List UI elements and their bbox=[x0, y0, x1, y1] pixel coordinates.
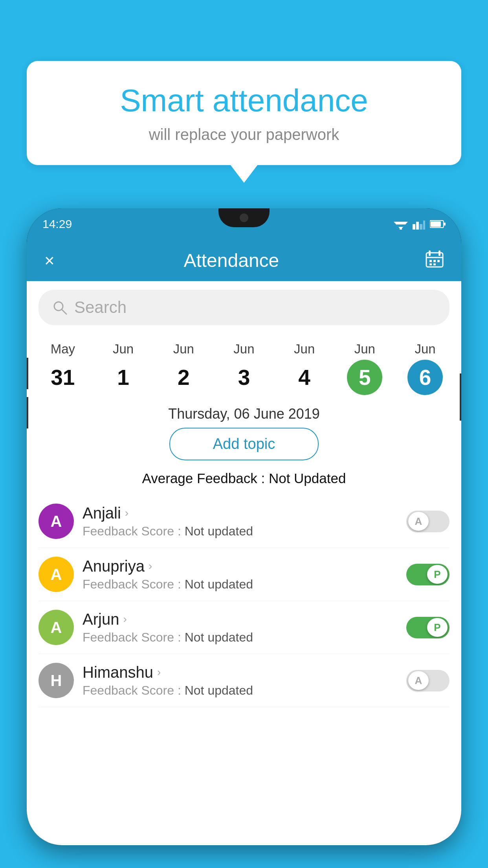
date-row: May31Jun1Jun2Jun3Jun4Jun5Jun6 bbox=[27, 334, 461, 397]
student-feedback: Feedback Score : Not updated bbox=[83, 630, 398, 645]
attendance-toggle[interactable]: A bbox=[406, 511, 449, 532]
student-info: Anupriya ›Feedback Score : Not updated bbox=[74, 557, 406, 592]
camera bbox=[240, 213, 248, 222]
date-month: Jun bbox=[415, 342, 435, 357]
date-number: 31 bbox=[45, 360, 81, 395]
date-col[interactable]: Jun5 bbox=[347, 342, 382, 395]
student-feedback: Feedback Score : Not updated bbox=[83, 683, 398, 698]
bubble-subtitle: will replace your paperwork bbox=[50, 126, 438, 143]
feedback-value: Not updated bbox=[185, 630, 253, 644]
student-avatar: A bbox=[39, 610, 74, 645]
date-number: 4 bbox=[287, 360, 322, 395]
student-name: Arjun › bbox=[83, 611, 398, 628]
svg-rect-9 bbox=[444, 223, 446, 226]
date-col[interactable]: Jun6 bbox=[407, 342, 443, 395]
svg-rect-12 bbox=[429, 250, 431, 256]
svg-rect-6 bbox=[420, 224, 422, 230]
date-month: Jun bbox=[294, 342, 315, 357]
volume-down-button bbox=[27, 397, 28, 428]
student-feedback: Feedback Score : Not updated bbox=[83, 577, 398, 592]
svg-rect-19 bbox=[433, 263, 436, 265]
date-month: May bbox=[51, 342, 75, 357]
date-month: Jun bbox=[113, 342, 134, 357]
app-bar: × Attendance bbox=[27, 240, 461, 281]
student-avatar: A bbox=[39, 504, 74, 539]
attendance-toggle[interactable]: A bbox=[406, 670, 449, 691]
student-item[interactable]: AAnupriya ›Feedback Score : Not updatedP bbox=[39, 548, 449, 601]
svg-rect-10 bbox=[431, 221, 441, 227]
attendance-toggle[interactable]: P bbox=[406, 617, 449, 638]
svg-rect-17 bbox=[437, 260, 440, 262]
svg-rect-16 bbox=[433, 260, 436, 262]
svg-rect-4 bbox=[413, 224, 415, 230]
battery-icon bbox=[430, 220, 446, 228]
calendar-svg bbox=[426, 250, 444, 268]
date-number: 3 bbox=[226, 360, 262, 395]
student-name: Anupriya › bbox=[83, 557, 398, 575]
chevron-icon: › bbox=[149, 560, 152, 572]
student-info: Himanshu ›Feedback Score : Not updated bbox=[74, 664, 406, 698]
attendance-toggle[interactable]: P bbox=[406, 564, 449, 585]
date-col[interactable]: May31 bbox=[45, 342, 81, 395]
toggle-knob: A bbox=[408, 671, 429, 690]
status-bar: 14:29 bbox=[27, 208, 461, 240]
date-number: 6 bbox=[407, 360, 443, 395]
date-month: Jun bbox=[354, 342, 375, 357]
date-number: 2 bbox=[166, 360, 201, 395]
svg-rect-18 bbox=[429, 263, 432, 265]
app-bar-title: Attendance bbox=[37, 250, 426, 271]
student-list: AAnjali ›Feedback Score : Not updatedAAA… bbox=[27, 495, 461, 707]
status-icons bbox=[394, 219, 446, 230]
date-col[interactable]: Jun1 bbox=[106, 342, 141, 395]
svg-rect-7 bbox=[423, 221, 425, 230]
search-placeholder: Search bbox=[74, 298, 127, 317]
notch bbox=[218, 208, 270, 227]
svg-rect-13 bbox=[438, 250, 440, 256]
search-bar[interactable]: Search bbox=[39, 290, 449, 325]
date-number: 1 bbox=[106, 360, 141, 395]
student-avatar: A bbox=[39, 557, 74, 592]
speech-bubble: Smart attendance will replace your paper… bbox=[27, 61, 461, 165]
avg-feedback-value: Not Updated bbox=[269, 471, 346, 486]
toggle-knob: A bbox=[408, 512, 429, 531]
wifi-icon bbox=[394, 219, 408, 230]
signal-icon bbox=[413, 219, 425, 230]
power-button bbox=[460, 373, 461, 421]
calendar-icon[interactable] bbox=[426, 250, 444, 271]
phone-screen: Search May31Jun1Jun2Jun3Jun4Jun5Jun6 Thu… bbox=[27, 281, 461, 845]
volume-up-button bbox=[27, 358, 28, 389]
add-topic-button[interactable]: Add topic bbox=[169, 428, 319, 460]
feedback-value: Not updated bbox=[185, 683, 253, 697]
student-name: Himanshu › bbox=[83, 664, 398, 681]
date-number: 5 bbox=[347, 360, 382, 395]
student-item[interactable]: HHimanshu ›Feedback Score : Not updatedA bbox=[39, 654, 449, 707]
selected-date-label: Thursday, 06 June 2019 bbox=[27, 397, 461, 428]
student-name: Anjali › bbox=[83, 504, 398, 522]
bubble-title: Smart attendance bbox=[50, 83, 438, 119]
student-info: Anjali ›Feedback Score : Not updated bbox=[74, 504, 406, 539]
date-month: Jun bbox=[173, 342, 194, 357]
date-col[interactable]: Jun2 bbox=[166, 342, 201, 395]
chevron-icon: › bbox=[123, 613, 127, 625]
search-icon bbox=[52, 300, 67, 315]
phone-device: 14:29 bbox=[27, 208, 461, 845]
date-col[interactable]: Jun4 bbox=[287, 342, 322, 395]
svg-rect-5 bbox=[416, 222, 419, 230]
search-container: Search bbox=[27, 281, 461, 334]
student-item[interactable]: AArjun ›Feedback Score : Not updatedP bbox=[39, 601, 449, 654]
toggle-knob: P bbox=[427, 618, 448, 637]
toggle-knob: P bbox=[427, 565, 448, 584]
student-avatar: H bbox=[39, 663, 74, 698]
student-info: Arjun ›Feedback Score : Not updated bbox=[74, 611, 406, 645]
svg-line-21 bbox=[62, 309, 66, 314]
date-col[interactable]: Jun3 bbox=[226, 342, 262, 395]
feedback-value: Not updated bbox=[185, 524, 253, 538]
chevron-icon: › bbox=[125, 507, 128, 519]
status-time: 14:29 bbox=[42, 217, 72, 231]
feedback-value: Not updated bbox=[185, 577, 253, 591]
avg-feedback-label: Average Feedback : bbox=[142, 471, 269, 486]
svg-rect-15 bbox=[429, 260, 432, 262]
student-item[interactable]: AAnjali ›Feedback Score : Not updatedA bbox=[39, 495, 449, 548]
avg-feedback: Average Feedback : Not Updated bbox=[27, 467, 461, 495]
student-feedback: Feedback Score : Not updated bbox=[83, 524, 398, 539]
